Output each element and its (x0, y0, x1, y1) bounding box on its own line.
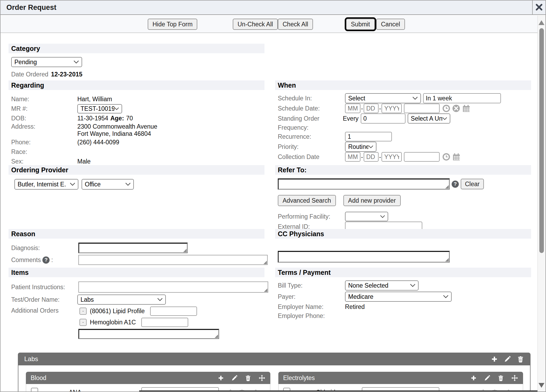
payer-label: Payer: (278, 293, 345, 300)
order-item-input[interactable] (141, 318, 188, 327)
schedule-date-label: Schedule Date: (278, 105, 345, 112)
patient-name: Hart, William (77, 96, 264, 103)
collection-date-dd-input[interactable] (364, 152, 379, 162)
cancel-button[interactable]: Cancel (376, 19, 405, 30)
collection-date-yyyy-input[interactable] (382, 152, 402, 162)
cc-physicians-header: CC Physicians (275, 229, 531, 239)
scroll-up-arrow-icon[interactable] (539, 20, 544, 25)
close-icon (535, 3, 543, 12)
edit-pencil-icon[interactable] (504, 356, 511, 363)
reason-header: Reason (9, 229, 264, 239)
comments-help-icon[interactable]: ? (42, 256, 50, 264)
priority-select[interactable]: Routine (345, 142, 376, 152)
collection-date-calendar-icon[interactable] (452, 153, 461, 161)
collection-date-time-input[interactable] (404, 152, 440, 162)
schedule-in-select[interactable]: Select (345, 93, 421, 103)
category-select[interactable]: Pending (11, 57, 82, 67)
payer-select[interactable]: Medicare (345, 292, 452, 302)
standing-order-label: Standing Order (278, 115, 345, 122)
bill-type-label: Bill Type: (278, 282, 345, 289)
additional-orders-input[interactable] (78, 329, 219, 339)
vertical-scrollbar[interactable] (537, 15, 545, 391)
schedule-date-calendar-icon[interactable] (462, 104, 471, 113)
standing-order-every-input[interactable] (361, 113, 406, 124)
regarding-section: Regarding Name: Hart, William MR #: TEST… (9, 80, 264, 166)
hide-top-form-button[interactable]: Hide Top Form (148, 19, 197, 30)
refer-to-input[interactable] (278, 178, 450, 190)
refer-to-header: Refer To: (275, 165, 531, 175)
lab-test-checkbox[interactable] (31, 388, 38, 392)
move-icon[interactable] (511, 374, 518, 382)
delete-trash-icon[interactable] (245, 375, 251, 381)
schedule-date-clear-icon[interactable] (452, 104, 460, 112)
address-line2: Fort Wayne, Indiana 46804 (77, 130, 264, 137)
advanced-search-button[interactable]: Advanced Search (278, 195, 336, 206)
remove-order-button[interactable]: - (79, 308, 87, 315)
schedule-date-mm-input[interactable] (345, 104, 360, 113)
add-icon[interactable] (218, 375, 224, 381)
address-label: Address: (11, 123, 77, 130)
remove-order-button[interactable]: - (79, 319, 87, 326)
schedule-date-time-input[interactable] (404, 104, 440, 113)
cc-physicians-input[interactable] (278, 251, 450, 263)
schedule-date-clock-icon[interactable] (442, 104, 450, 112)
order-item-input[interactable] (150, 307, 197, 316)
labs-panel-title: Labs (24, 355, 491, 363)
performing-facility-select[interactable] (345, 212, 388, 221)
mr-number-select[interactable]: TEST-10019 (77, 104, 122, 113)
order-request-dialog: Order Request Hide Top Form Un-Check All… (0, 0, 546, 392)
add-icon[interactable] (491, 356, 498, 363)
chevron-down-icon (114, 107, 119, 110)
comments-input[interactable] (78, 255, 268, 265)
age-value: 70 (126, 115, 133, 122)
diagnosis-input[interactable] (78, 243, 188, 253)
sex-label: Sex: (11, 158, 77, 165)
additional-orders-label: Additional Orders (11, 305, 77, 314)
ordering-provider-select[interactable]: Butler, Internist E. (14, 179, 78, 190)
refer-to-help-icon[interactable]: ? (452, 181, 459, 188)
terms-payment-header: Terms / Payment (275, 268, 531, 277)
uncheck-all-button[interactable]: Un-Check All (233, 19, 278, 30)
employer-phone-label: Employer Phone: (278, 312, 345, 320)
collection-date-clock-icon[interactable] (442, 153, 450, 161)
chevron-down-icon (380, 215, 385, 218)
recurrence-input[interactable] (345, 132, 392, 141)
order-item-name: Hemoglobin A1C (90, 319, 136, 326)
test-order-name-select[interactable]: Labs (77, 295, 166, 305)
employer-name-label: Employer Name: (278, 303, 345, 311)
patient-instructions-input[interactable] (78, 281, 268, 293)
provider-location-select[interactable]: Office (82, 179, 134, 190)
employer-name-value: Retired (345, 303, 531, 311)
delete-trash-icon[interactable] (497, 375, 504, 381)
add-new-provider-button[interactable]: Add new provider (343, 195, 401, 206)
chevron-down-icon (368, 145, 373, 148)
add-icon[interactable] (470, 375, 477, 381)
schedule-date-yyyy-input[interactable] (382, 104, 402, 113)
edit-pencil-icon[interactable] (484, 375, 491, 381)
edit-pencil-icon[interactable] (231, 375, 238, 381)
scrollbar-thumb[interactable] (539, 28, 544, 253)
labs-panel-header: Labs (18, 353, 531, 365)
schedule-date-dd-input[interactable] (364, 104, 379, 113)
move-icon[interactable] (258, 374, 266, 382)
bill-type-select[interactable]: None Selected (345, 280, 419, 291)
submit-button[interactable]: Submit (346, 19, 375, 30)
collection-date-mm-input[interactable] (345, 152, 360, 162)
standing-order-unit-select[interactable]: Select A Unit (408, 113, 450, 124)
check-all-button[interactable]: Check All (278, 19, 313, 30)
priority-label: Priority: (278, 143, 345, 150)
sex-value: Male (77, 158, 264, 165)
clear-button[interactable]: Clear (461, 179, 484, 189)
chevron-down-icon (410, 284, 415, 287)
chevron-down-icon (70, 183, 75, 186)
date-ordered-value: 12-23-2015 (51, 71, 82, 78)
cc-physicians-section: CC Physicians (275, 229, 531, 263)
recurrence-label: Recurrence: (278, 133, 345, 140)
phone-label: Phone: (11, 139, 77, 146)
close-button[interactable] (532, 1, 545, 15)
schedule-in-text-input[interactable] (423, 93, 501, 103)
electrolytes-group-title: Electrolytes (283, 374, 470, 382)
delete-trash-icon[interactable] (517, 356, 524, 363)
schedule-in-label: Schedule In: (278, 95, 345, 102)
scroll-down-arrow-icon[interactable] (539, 383, 544, 388)
